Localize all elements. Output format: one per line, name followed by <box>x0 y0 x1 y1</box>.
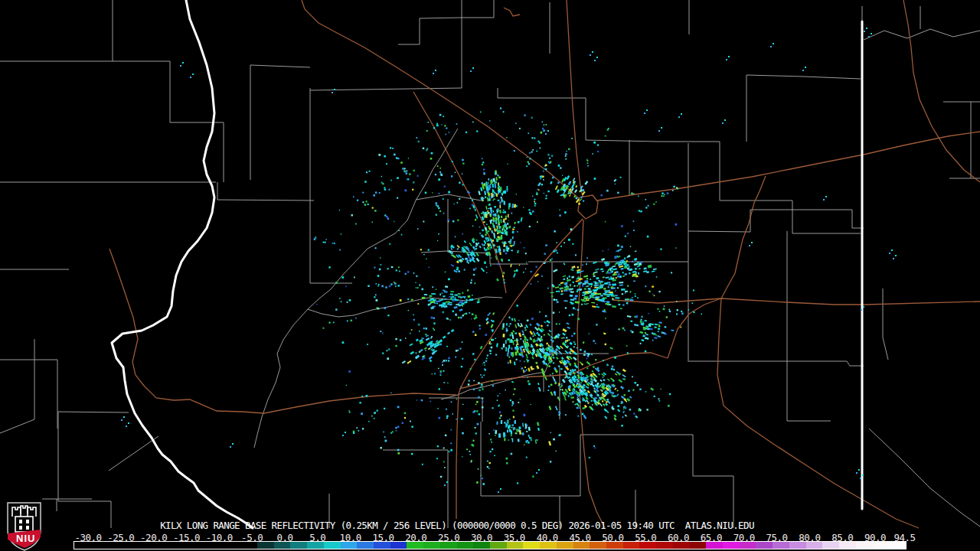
scale-segment <box>324 542 341 549</box>
highways-layer <box>109 0 980 528</box>
scale-segment <box>806 542 823 549</box>
scale-segment <box>590 542 606 549</box>
scale-segment <box>822 542 839 549</box>
scale-segment <box>690 542 707 549</box>
scale-segment <box>423 542 440 549</box>
scale-segment <box>440 542 457 549</box>
scale-segment <box>540 542 557 549</box>
state-borders-layer <box>112 0 862 528</box>
scale-segment <box>889 542 906 549</box>
scale-segment <box>107 542 124 549</box>
niu-logo-text: NIU <box>16 533 35 544</box>
scale-segment <box>91 542 108 549</box>
scale-segment <box>523 542 540 549</box>
scale-segment <box>706 542 723 549</box>
scale-segment <box>473 542 490 549</box>
product-caption: KILX LONG RANGE BASE REFLECTIVITY (0.25K… <box>160 520 754 531</box>
scale-segment <box>224 542 240 549</box>
color-scale-bar <box>74 541 906 549</box>
scale-segment <box>573 542 590 549</box>
scale-segment <box>174 542 191 549</box>
scale-segment <box>856 542 873 549</box>
radar-map <box>0 0 980 551</box>
scale-segment <box>673 542 690 549</box>
scale-segment <box>240 542 257 549</box>
scale-segment <box>124 542 141 549</box>
scale-segment <box>789 542 806 549</box>
scale-segment <box>457 542 474 549</box>
county-lines-layer <box>0 0 980 528</box>
scale-segment <box>74 542 91 549</box>
scale-segment <box>557 542 573 549</box>
scale-segment <box>274 542 291 549</box>
color-scale-labels: -30.0-25.0-20.0-15.0-10.0-5.00.05.010.01… <box>0 532 980 541</box>
scale-segment <box>374 542 390 549</box>
scale-segment <box>390 542 407 549</box>
scale-segment <box>341 542 358 549</box>
scale-segment <box>756 542 773 549</box>
niu-logo: NIU <box>6 501 43 551</box>
scale-segment <box>207 542 224 549</box>
scale-segment <box>639 542 656 549</box>
scale-segment <box>257 542 274 549</box>
scale-segment <box>191 542 207 549</box>
scale-segment <box>141 542 158 549</box>
scale-segment <box>606 542 623 549</box>
scale-segment <box>839 542 856 549</box>
scale-segment <box>307 542 324 549</box>
rivers-layer <box>254 129 545 448</box>
scale-segment <box>407 542 423 549</box>
scale-segment <box>290 542 307 549</box>
radar-echoes-layer <box>121 28 897 493</box>
scale-segment <box>773 542 789 549</box>
radar-display: KILX LONG RANGE BASE REFLECTIVITY (0.25K… <box>0 0 980 551</box>
scale-segment <box>873 542 890 549</box>
scale-segment <box>623 542 640 549</box>
scale-segment <box>490 542 507 549</box>
scale-segment <box>740 542 756 549</box>
scale-segment <box>723 542 740 549</box>
scale-segment <box>158 542 175 549</box>
scale-segment <box>357 542 374 549</box>
scale-segment <box>507 542 524 549</box>
scale-segment <box>656 542 673 549</box>
